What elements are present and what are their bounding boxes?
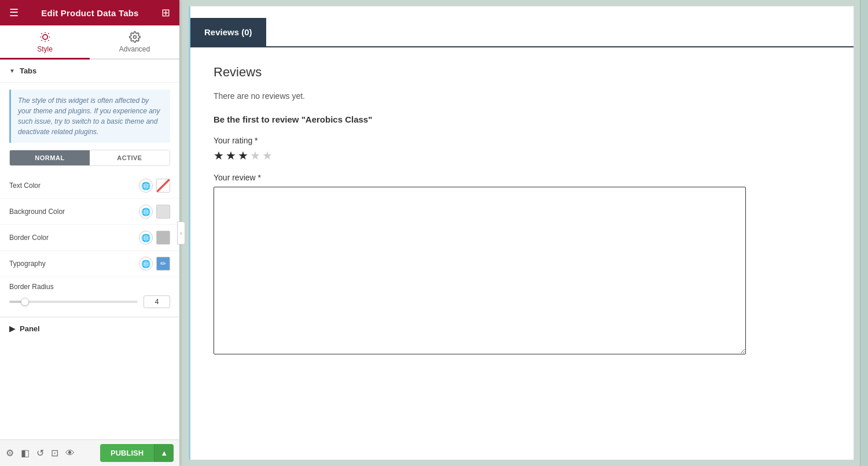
- preview-icon[interactable]: 👁: [65, 448, 75, 458]
- bottom-icons: ⚙ ◧ ↺ ⊡ 👁: [6, 447, 75, 458]
- background-color-label: Background Color: [9, 208, 139, 216]
- typography-label: Typography: [9, 260, 139, 268]
- border-radius-row: Border Radius 4: [0, 277, 179, 317]
- typography-controls: 🌐 ✏: [139, 257, 170, 271]
- panel-title: Edit Product Data Tabs: [41, 8, 138, 18]
- star-3[interactable]: ★: [238, 149, 248, 162]
- background-color-controls: 🌐: [139, 205, 170, 219]
- background-color-swatch[interactable]: [156, 205, 170, 219]
- reviews-content: Reviews There are no reviews yet. Be the…: [190, 47, 854, 374]
- history-icon[interactable]: ↺: [36, 447, 44, 458]
- border-radius-slider[interactable]: [9, 301, 138, 303]
- slider-row: 4: [9, 295, 170, 308]
- tab-bar: Reviews (0): [190, 18, 854, 47]
- typography-edit-btn[interactable]: ✏: [156, 257, 170, 271]
- panel-chevron-icon: ▶: [9, 324, 15, 333]
- state-normal-btn[interactable]: NORMAL: [10, 150, 90, 165]
- text-color-row: Text Color 🌐: [0, 173, 179, 199]
- svg-point-0: [42, 35, 47, 39]
- review-label: Your review *: [214, 173, 830, 182]
- first-review-text: Be the first to review "Aerobics Class": [214, 114, 830, 124]
- text-color-controls: 🌐: [139, 179, 170, 193]
- tab-style[interactable]: Style: [0, 25, 90, 60]
- reviews-tab[interactable]: Reviews (0): [190, 18, 266, 46]
- publish-arrow-btn[interactable]: ▲: [154, 444, 174, 462]
- stars-row: ★ ★ ★ ★ ★: [214, 149, 830, 162]
- hamburger-icon[interactable]: ☰: [9, 6, 19, 19]
- star-1[interactable]: ★: [214, 149, 224, 162]
- collapse-handle[interactable]: ‹: [177, 221, 185, 245]
- panel-body: ▼ Tabs The style of this widget is often…: [0, 60, 179, 439]
- tab-style-label: Style: [37, 45, 53, 53]
- review-textarea[interactable]: [214, 187, 746, 354]
- panel-section-header[interactable]: ▶ Panel: [0, 317, 179, 340]
- tab-advanced-label: Advanced: [119, 45, 150, 53]
- no-reviews-text: There are no reviews yet.: [214, 91, 830, 101]
- text-color-global-btn[interactable]: 🌐: [139, 179, 153, 193]
- svg-point-1: [133, 36, 136, 39]
- border-color-row: Border Color 🌐: [0, 225, 179, 251]
- chevron-down-icon: ▼: [9, 68, 15, 74]
- tab-advanced[interactable]: Advanced: [90, 25, 179, 60]
- publish-button[interactable]: PUBLISH: [100, 444, 154, 462]
- typography-global-btn[interactable]: 🌐: [139, 257, 153, 271]
- typography-row: Typography 🌐 ✏: [0, 251, 179, 277]
- star-4[interactable]: ★: [250, 149, 260, 162]
- right-edge: [860, 0, 868, 466]
- text-color-swatch[interactable]: [156, 179, 170, 193]
- bottom-toolbar: ⚙ ◧ ↺ ⊡ 👁 PUBLISH ▲: [0, 439, 179, 466]
- notice-box: The style of this widget is often affect…: [9, 90, 170, 143]
- tabs-section-label: Tabs: [20, 66, 36, 75]
- state-active-btn[interactable]: ACTIVE: [90, 150, 170, 165]
- border-color-swatch[interactable]: [156, 231, 170, 245]
- content-canvas: Reviews (0) Reviews There are no reviews…: [189, 6, 854, 460]
- grid-icon[interactable]: ⊞: [161, 6, 170, 19]
- panel-header: ☰ Edit Product Data Tabs ⊞: [0, 0, 179, 25]
- background-color-row: Background Color 🌐: [0, 199, 179, 225]
- background-color-global-btn[interactable]: 🌐: [139, 205, 153, 219]
- rating-label: Your rating *: [214, 136, 830, 145]
- border-color-controls: 🌐: [139, 231, 170, 245]
- star-5[interactable]: ★: [262, 149, 273, 162]
- main-content: Reviews (0) Reviews There are no reviews…: [179, 0, 860, 466]
- text-color-label: Text Color: [9, 182, 139, 190]
- state-toggle: NORMAL ACTIVE: [9, 150, 170, 166]
- border-radius-label: Border Radius: [9, 283, 170, 291]
- settings-icon[interactable]: ⚙: [6, 447, 14, 458]
- panel-section-label: Panel: [20, 324, 40, 333]
- reviews-title: Reviews: [214, 65, 830, 80]
- mode-tabs: Style Advanced: [0, 25, 179, 60]
- template-icon[interactable]: ⊡: [51, 447, 58, 458]
- border-color-label: Border Color: [9, 234, 139, 242]
- layers-icon[interactable]: ◧: [21, 447, 30, 458]
- border-radius-input[interactable]: 4: [144, 295, 170, 308]
- publish-group: PUBLISH ▲: [100, 444, 174, 462]
- tabs-section-header[interactable]: ▼ Tabs: [0, 60, 179, 83]
- left-panel: ☰ Edit Product Data Tabs ⊞ Style Advance…: [0, 0, 179, 466]
- notice-text: The style of this widget is often affect…: [18, 97, 160, 136]
- border-color-global-btn[interactable]: 🌐: [139, 231, 153, 245]
- star-2[interactable]: ★: [226, 149, 236, 162]
